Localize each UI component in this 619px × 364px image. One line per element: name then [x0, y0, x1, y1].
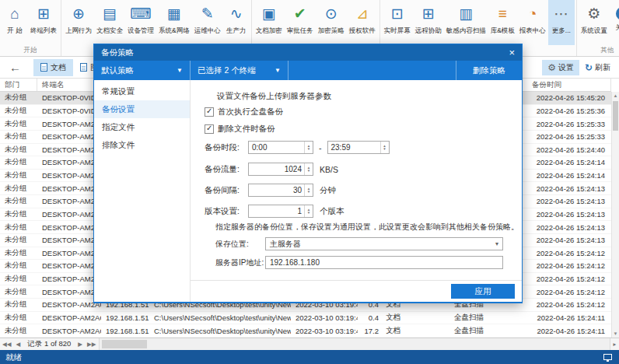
dialog-policy-bar: 默认策略 ▼ 已选择 2 个终端 ▼ 删除策略 — [94, 61, 522, 80]
lib-template-icon: ≡ — [498, 4, 507, 23]
scroll-right-icon[interactable]: ▸ — [610, 338, 619, 350]
full-backup-checkbox[interactable]: 首次执行全盘备份 — [205, 107, 283, 117]
cell-size: 17.2 — [358, 324, 381, 337]
ribbon-item-label: 审批任务 — [287, 26, 313, 36]
scroll-down-icon[interactable]: ▼ — [612, 330, 619, 338]
table-row[interactable]: 未分组DESKTOP-AM2AGL3192.168.1.51C:\Users\N… — [0, 312, 611, 325]
ribbon-item-productivity[interactable]: ∿生产力 — [223, 0, 250, 45]
settings-button[interactable]: ⚙ 设置 — [542, 60, 579, 75]
ribbon-item-home[interactable]: ⌂开 始 — [2, 0, 28, 45]
backup-policy-dialog: 备份策略 × 默认策略 ▼ 已选择 2 个终端 ▼ 删除策略 常规设置备份设置指… — [93, 44, 523, 303]
cell-type: 文档 — [381, 312, 415, 324]
ribbon-item-settings[interactable]: ⚙系统设置 — [579, 0, 610, 45]
cell-dept: 未分组 — [0, 92, 37, 104]
ribbon-item-approval[interactable]: ✔审批任务 — [285, 0, 316, 45]
ribbon-item-report-center[interactable]: ◔报表中心 — [517, 0, 548, 45]
vertical-scrollbar-thumb[interactable] — [613, 101, 618, 131]
version-input[interactable]: 1 ▲▼ — [248, 205, 313, 218]
record-navigator: ◀◀ ◀ 记录 1 of 820 ▶ ▶▶ ▸ — [0, 338, 619, 350]
ribbon-group-label: 开始 — [2, 45, 59, 56]
prev-record-icon[interactable]: ◀ — [16, 341, 21, 348]
ribbon-item-doc-security[interactable]: ▤文档安全 — [94, 0, 125, 45]
cell-mtime: 2022-03-10 03:19:40 — [291, 324, 358, 337]
checkbox-checked-icon[interactable] — [205, 124, 214, 134]
close-icon[interactable]: × — [509, 47, 515, 58]
dialog-sidebar-item-3[interactable]: 排除文件 — [94, 136, 190, 154]
dialog-sidebar-item-0[interactable]: 常规设置 — [94, 82, 190, 100]
ribbon-item-label: 运维中心 — [194, 26, 221, 36]
first-record-icon[interactable]: ◀◀ — [2, 341, 12, 348]
ribbon-item-label: 加密策略 — [318, 26, 344, 36]
device-mgmt-icon: ⌨ — [130, 4, 151, 23]
ribbon-item-more[interactable]: ⋯更多... — [548, 0, 575, 45]
ribbon-item-ops-center[interactable]: ✎运维中心 — [192, 0, 223, 45]
cell-name: DESKTOP-AM2AGL3 — [37, 170, 101, 182]
next-record-icon[interactable]: ▶ — [78, 341, 82, 348]
ribbon-item-lib-template[interactable]: ≡库&模板 — [488, 0, 517, 45]
terminals-dropdown[interactable]: 已选择 2 个终端 ▼ — [191, 61, 289, 80]
checkbox-checked-icon[interactable] — [205, 107, 214, 117]
ribbon-item-doc-encrypt[interactable]: ▣文档加密 — [254, 0, 285, 45]
scroll-up-icon[interactable]: ▲ — [612, 92, 619, 100]
approval-icon: ✔ — [294, 4, 306, 23]
backup-interval-label: 备份间隔: — [205, 185, 248, 196]
cell-btime: 2022-04-26 15:25:36 — [523, 105, 611, 117]
back-icon[interactable]: ← — [9, 61, 21, 74]
ribbon-item-about[interactable]: i关 于 — [610, 0, 619, 45]
period-from-input[interactable]: 0:00 ▲▼ — [248, 141, 313, 154]
ribbon-item-encrypt-policy[interactable]: ⊙加密策略 — [316, 0, 347, 45]
spinner-icon[interactable]: ▲▼ — [304, 184, 313, 196]
cell-name: DESKTOP-AM2AGL3 — [37, 247, 101, 260]
horizontal-scrollbar-thumb[interactable] — [102, 340, 147, 348]
horizontal-scrollbar[interactable] — [99, 338, 610, 350]
ribbon-item-terminal-list[interactable]: ⊞终端列表 — [28, 0, 59, 45]
ribbon-item-label: 关 于 — [615, 23, 619, 33]
ribbon-item-web-behavior[interactable]: ⊕上网行为 — [63, 0, 94, 45]
tab-docs[interactable]: 文档 — [33, 59, 73, 76]
ribbon-item-device-mgmt[interactable]: ⌨设备管理 — [125, 0, 156, 45]
version-unit: 个版本 — [320, 206, 344, 217]
save-location-select[interactable]: 主服务器 ▾ — [265, 237, 503, 250]
dialog-title: 备份策略 — [101, 47, 134, 58]
spinner-icon[interactable]: ▲▼ — [304, 142, 313, 153]
ribbon-group-items: ▣文档加密✔审批任务⊙加密策略⊿授权软件 — [254, 0, 378, 45]
refresh-button[interactable]: ↻ 刷新 — [579, 60, 616, 75]
ribbon-item-label: 文档安全 — [96, 26, 123, 36]
spinner-icon[interactable]: ▲▼ — [380, 142, 389, 153]
cell-name: DESKTOP-AM2AGL3 — [37, 156, 101, 169]
ribbon-item-remote-assist[interactable]: ⊞远程协助 — [413, 0, 444, 45]
ribbon-item-label: 设备管理 — [128, 26, 154, 36]
ribbon-item-system-network[interactable]: ▦系统&网络 — [156, 0, 192, 45]
ribbon-item-licensed-sw[interactable]: ⊿授权软件 — [347, 0, 378, 45]
dialog-sidebar-item-2[interactable]: 指定文件 — [94, 118, 190, 136]
ribbon-item-sensitive-scan[interactable]: ▥敏感内容扫描 — [444, 0, 488, 45]
interval-input[interactable]: 30 ▲▼ — [248, 184, 313, 197]
cell-btime: 2022-04-26 15:24:12 — [523, 260, 611, 272]
server-ip-input[interactable]: 192.168.1.180 — [265, 256, 503, 269]
ribbon-group-items: ⊕上网行为▤文档安全⌨设备管理▦系统&网络✎运维中心∿生产力 — [63, 0, 250, 45]
apply-button[interactable]: 应用 — [451, 284, 515, 299]
vertical-scrollbar[interactable]: ▲ ▼ — [611, 92, 619, 338]
column-header-dept[interactable]: 部门 — [0, 79, 37, 91]
doc-security-icon: ▤ — [103, 4, 117, 23]
delete-policy-button[interactable]: 删除策略 — [456, 61, 522, 80]
traffic-unit: KB/S — [320, 165, 338, 174]
policy-dropdown[interactable]: 默认策略 ▼ — [94, 61, 191, 80]
delete-backup-checkbox[interactable]: 删除文件时备份 — [205, 124, 275, 135]
ribbon-item-realtime-screen[interactable]: ⊡实时屏幕 — [382, 0, 413, 45]
backup-period-label: 备份时段: — [205, 142, 248, 153]
spinner-icon[interactable]: ▲▼ — [304, 205, 313, 217]
version-setting-label: 版本设置: — [205, 206, 248, 217]
server-ip-row: 服务器IP地址: 192.168.1.180 — [215, 256, 503, 269]
last-record-icon[interactable]: ▶▶ — [87, 341, 96, 348]
period-to-input[interactable]: 23:59 ▲▼ — [327, 141, 390, 154]
dialog-sidebar-item-1[interactable]: 备份设置 — [94, 100, 190, 118]
column-header-backup-time[interactable]: 备份时间 — [523, 79, 611, 91]
table-row[interactable]: 未分组DESKTOP-AM2AGL3192.168.1.51C:\Users\N… — [0, 324, 611, 338]
chevron-down-icon: ▾ — [495, 240, 498, 247]
column-header-terminal-name[interactable]: 终端名 — [37, 79, 101, 91]
cell-name: DESKTOP-AM2AGL3 — [37, 312, 101, 324]
dialog-sidebar: 常规设置备份设置指定文件排除文件 — [94, 80, 191, 302]
traffic-input[interactable]: 1024 ▲▼ — [248, 163, 313, 176]
spinner-icon[interactable]: ▲▼ — [304, 163, 313, 175]
